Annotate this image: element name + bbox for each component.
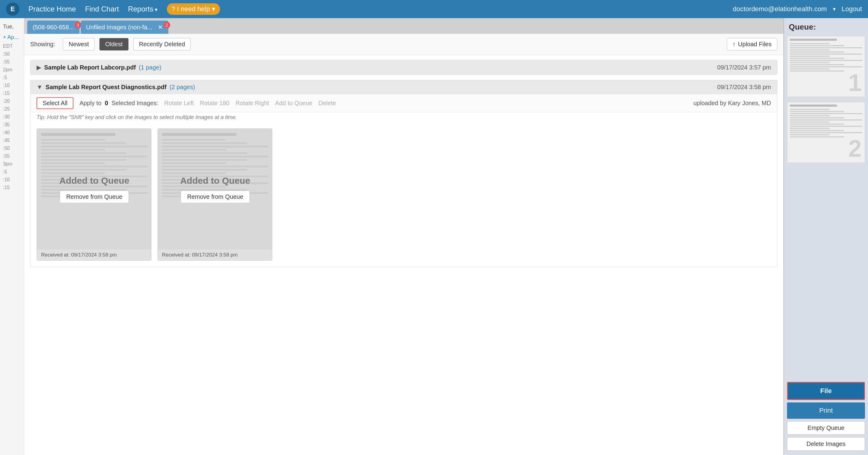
file-row-header-labcorp[interactable]: ▶ Sample Lab Report Labcorp.pdf (1 page)… bbox=[31, 60, 777, 75]
nav-help[interactable]: ? I need help ▾ bbox=[167, 3, 220, 15]
nav-practice-home[interactable]: Practice Home bbox=[28, 5, 76, 13]
sidebar-time: :35 bbox=[0, 121, 24, 129]
queue-status-2: Added to Queue bbox=[180, 175, 250, 186]
sidebar-time: :40 bbox=[0, 129, 24, 136]
toolbar: Showing: Newest Oldest Recently Deleted … bbox=[24, 34, 783, 55]
oldest-button[interactable]: Oldest bbox=[99, 38, 128, 51]
delete-images-button[interactable]: Delete Images bbox=[787, 437, 865, 451]
file-pages-labcorp: (1 page) bbox=[139, 64, 161, 71]
content-area: (508-960-658... 3 Unfiled Images (non-fa… bbox=[24, 18, 783, 455]
sidebar-time: :25 bbox=[0, 105, 24, 113]
sidebar-time: :50 bbox=[0, 50, 24, 58]
image-preview-2: Added to Queue Remove from Queue bbox=[158, 129, 272, 250]
nav-find-chart[interactable]: Find Chart bbox=[85, 5, 119, 13]
tab-patient-label: (508-960-658... bbox=[33, 24, 74, 31]
left-sidebar: Tue, + Ap... EDT :50 :55 2pm :5 :10 :15 … bbox=[0, 18, 24, 455]
queue-num-2: 2 bbox=[848, 136, 862, 161]
tab-unfiled-images[interactable]: Unfiled Images (non-fa... 2 ✕ bbox=[81, 21, 168, 34]
upload-files-button[interactable]: ↑ Upload Files bbox=[727, 38, 777, 51]
queue-overlay-1: Added to Queue Remove from Queue bbox=[37, 129, 151, 250]
help-icon: ? bbox=[172, 5, 175, 13]
image-preview-1: Added to Queue Remove from Queue bbox=[37, 129, 151, 250]
queue-overlay-2: Added to Queue Remove from Queue bbox=[158, 129, 272, 250]
file-date-labcorp: 09/17/2024 3:57 pm bbox=[717, 64, 771, 71]
file-name-quest: Sample Lab Report Quest Diagnostics.pdf bbox=[45, 84, 166, 91]
select-all-button[interactable]: Select All bbox=[37, 97, 73, 109]
queue-items-list: 1 bbox=[787, 36, 865, 378]
sidebar-time: :5 bbox=[0, 74, 24, 82]
print-button[interactable]: Print bbox=[787, 402, 865, 419]
topnav-right: doctordemo@elationhealth.com ▾ Logout bbox=[733, 5, 862, 13]
file-date-quest: 09/17/2024 3:58 pm bbox=[717, 84, 771, 91]
sidebar-time: :15 bbox=[0, 184, 24, 192]
close-tab-button[interactable]: ✕ bbox=[158, 24, 163, 31]
sidebar-time: :10 bbox=[0, 176, 24, 184]
delete-action: Delete bbox=[318, 100, 336, 107]
uploader-info: uploaded by Kary Jones, MD bbox=[693, 100, 771, 107]
image-actions-bar: Select All Apply to 0 Selected Images: R… bbox=[31, 94, 777, 112]
sidebar-date: Tue, bbox=[0, 21, 24, 32]
queue-status-1: Added to Queue bbox=[59, 175, 129, 186]
remove-from-queue-button-1[interactable]: Remove from Queue bbox=[60, 191, 129, 203]
queue-num-1: 1 bbox=[848, 71, 862, 95]
image-card-2[interactable]: Added to Queue Remove from Queue Receive… bbox=[157, 128, 272, 261]
tab-bar: (508-960-658... 3 Unfiled Images (non-fa… bbox=[24, 18, 783, 34]
rotate-left-action: Rotate Left bbox=[164, 100, 194, 107]
sidebar-time: 3pm bbox=[0, 160, 24, 168]
image-footer-2: Received at: 09/17/2024 3:58 pm bbox=[158, 250, 272, 260]
tab-patient-badge: 3 bbox=[75, 22, 81, 28]
tip-text: Tip: Hold the "Shift" key and click on t… bbox=[31, 112, 777, 124]
showing-label: Showing: bbox=[30, 41, 55, 48]
sidebar-time: :30 bbox=[0, 113, 24, 121]
empty-queue-button[interactable]: Empty Queue bbox=[787, 421, 865, 435]
sidebar-time: :20 bbox=[0, 97, 24, 105]
top-navigation: E Practice Home Find Chart Reports ? I n… bbox=[0, 0, 868, 18]
queue-item-2[interactable]: 2 bbox=[787, 102, 865, 163]
image-footer-1: Received at: 09/17/2024 3:58 pm bbox=[37, 250, 151, 260]
sidebar-add[interactable]: + Ap... bbox=[0, 32, 24, 42]
collapse-icon-quest[interactable]: ▼ bbox=[37, 84, 42, 91]
image-card-1[interactable]: Added to Queue Remove from Queue Receive… bbox=[37, 128, 151, 261]
file-row-labcorp: ▶ Sample Lab Report Labcorp.pdf (1 page)… bbox=[30, 60, 777, 75]
upload-label: Upload Files bbox=[738, 41, 772, 48]
images-grid: Added to Queue Remove from Queue Receive… bbox=[31, 124, 777, 267]
file-row-quest: ▼ Sample Lab Report Quest Diagnostics.pd… bbox=[30, 80, 777, 267]
sidebar-time: :15 bbox=[0, 90, 24, 97]
sidebar-time: 2pm bbox=[0, 66, 24, 74]
sidebar-time: :5 bbox=[0, 168, 24, 176]
main-layout: Tue, + Ap... EDT :50 :55 2pm :5 :10 :15 … bbox=[0, 18, 868, 455]
remove-from-queue-button-2[interactable]: Remove from Queue bbox=[181, 191, 250, 203]
file-row-header-quest[interactable]: ▼ Sample Lab Report Quest Diagnostics.pd… bbox=[31, 80, 777, 94]
file-pages-quest: (2 pages) bbox=[169, 84, 195, 91]
main-panel: Showing: Newest Oldest Recently Deleted … bbox=[24, 34, 783, 455]
recently-deleted-button[interactable]: Recently Deleted bbox=[133, 38, 191, 51]
queue-item-preview-2: 2 bbox=[787, 102, 865, 163]
user-email[interactable]: doctordemo@elationhealth.com bbox=[733, 5, 827, 13]
help-arrow-icon: ▾ bbox=[212, 5, 215, 13]
app-logo: E bbox=[6, 2, 19, 16]
tab-unfiled-label: Unfiled Images (non-fa... bbox=[86, 24, 152, 31]
tab-unfiled-badge: 2 bbox=[163, 22, 170, 28]
apply-to-label: Apply to 0 Selected Images: bbox=[80, 100, 158, 107]
file-list: ▶ Sample Lab Report Labcorp.pdf (1 page)… bbox=[24, 55, 783, 455]
right-queue-panel: Queue: bbox=[783, 18, 868, 455]
nav-reports[interactable]: Reports bbox=[128, 5, 157, 13]
sidebar-time: :55 bbox=[0, 58, 24, 66]
add-to-queue-action: Add to Queue bbox=[275, 100, 312, 107]
sidebar-time: :10 bbox=[0, 82, 24, 90]
file-button[interactable]: File bbox=[787, 382, 865, 400]
queue-item-preview-1: 1 bbox=[787, 36, 865, 97]
user-dropdown-icon[interactable]: ▾ bbox=[833, 6, 836, 12]
rotate-180-action: Rotate 180 bbox=[200, 100, 229, 107]
tab-patient[interactable]: (508-960-658... 3 bbox=[27, 21, 80, 34]
sidebar-time: :50 bbox=[0, 144, 24, 152]
queue-actions: File Print Empty Queue Delete Images bbox=[787, 382, 865, 451]
selected-count: 0 bbox=[105, 100, 108, 106]
file-name-labcorp: Sample Lab Report Labcorp.pdf bbox=[44, 64, 136, 71]
expand-icon-labcorp[interactable]: ▶ bbox=[37, 64, 41, 71]
newest-button[interactable]: Newest bbox=[63, 38, 95, 51]
rotate-right-action: Rotate Right bbox=[236, 100, 269, 107]
upload-icon: ↑ bbox=[733, 41, 736, 48]
queue-item-1[interactable]: 1 bbox=[787, 36, 865, 97]
logout-button[interactable]: Logout bbox=[842, 5, 862, 13]
